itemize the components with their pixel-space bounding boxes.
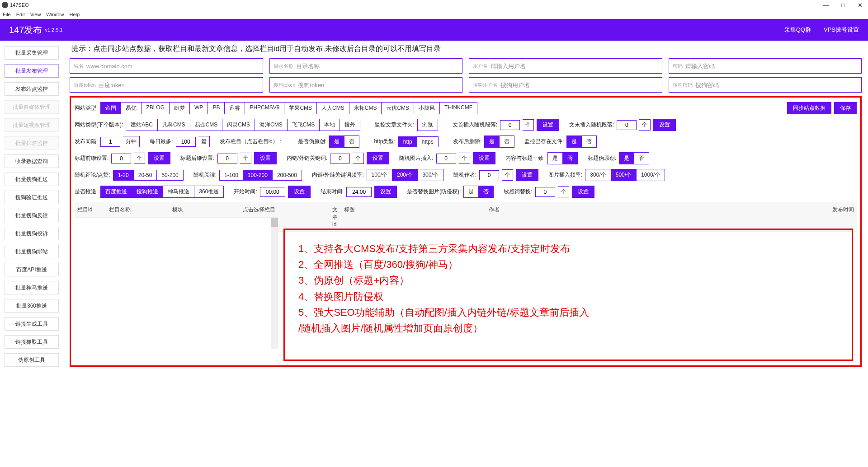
collect-qq-link[interactable]: 采集QQ群 bbox=[784, 26, 811, 34]
segSiteTypeNext-opt-5[interactable]: 飞飞CMS bbox=[288, 119, 320, 131]
rand-img-input[interactable] bbox=[436, 154, 456, 163]
irow1-input-2[interactable] bbox=[491, 63, 658, 70]
rand-author-set[interactable]: 设置 bbox=[516, 169, 538, 181]
title-suffix-input[interactable] bbox=[217, 154, 237, 163]
segIFreq-opt-0[interactable]: 300/个 bbox=[585, 169, 611, 181]
segRead-opt-0[interactable]: 1-100 bbox=[219, 170, 243, 181]
interval-input[interactable] bbox=[100, 137, 120, 147]
segSiteTypeNext-opt-6[interactable]: 本地 bbox=[320, 119, 340, 131]
irow1-input-3[interactable] bbox=[685, 63, 858, 70]
daily-max-input[interactable] bbox=[176, 137, 196, 147]
irow2-input-1[interactable] bbox=[298, 82, 458, 89]
sidebar-item-11[interactable]: 批量搜狗绑站 bbox=[5, 245, 59, 258]
irow1-input-1[interactable] bbox=[296, 63, 459, 70]
segRead-opt-2[interactable]: 200-500 bbox=[273, 170, 302, 181]
sensitive-set[interactable]: 设置 bbox=[572, 186, 594, 198]
segSiteTypeNext-opt-4[interactable]: 海洋CMS bbox=[255, 119, 288, 131]
maximize-button[interactable]: □ bbox=[841, 2, 845, 9]
menu-edit[interactable]: Edit bbox=[16, 12, 25, 17]
segSiteTypeNext-opt-0[interactable]: 建站ABC bbox=[126, 119, 158, 131]
segSiteType-opt-2[interactable]: ZBLOG bbox=[142, 102, 170, 114]
segSiteTypeNext-opt-3[interactable]: 闪灵CMS bbox=[222, 119, 255, 131]
segTPseudo-opt-0[interactable]: 是 bbox=[619, 152, 634, 164]
sync-button[interactable]: 同步站点数据 bbox=[787, 102, 831, 114]
segRead-opt-1[interactable]: 100-200 bbox=[243, 170, 273, 181]
segDel-opt-1[interactable]: 否 bbox=[500, 135, 514, 148]
insert-front-set[interactable]: 设置 bbox=[537, 119, 559, 131]
insert-end-set[interactable]: 设置 bbox=[653, 119, 676, 131]
segMatch-opt-0[interactable]: 是 bbox=[547, 152, 563, 164]
sidebar-item-17[interactable]: 伪原创工具 bbox=[5, 353, 59, 367]
segSiteType-opt-1[interactable]: 易优 bbox=[121, 102, 142, 114]
segSiteType-opt-5[interactable]: PB bbox=[208, 102, 225, 114]
sidebar-item-12[interactable]: 百度API推送 bbox=[5, 263, 59, 276]
vps-dial-link[interactable]: VPS拨号设置 bbox=[824, 26, 859, 34]
segPseudo-opt-0[interactable]: 是 bbox=[329, 135, 344, 148]
link-kw-input[interactable] bbox=[330, 154, 350, 163]
segSiteType-opt-12[interactable]: 小旋风 bbox=[414, 102, 440, 114]
segRImg-opt-0[interactable]: 是 bbox=[463, 186, 479, 198]
insert-end-input[interactable] bbox=[617, 120, 637, 130]
segLFreq-opt-1[interactable]: 200/个 bbox=[392, 169, 418, 181]
segIFreq-opt-1[interactable]: 500/个 bbox=[611, 169, 637, 181]
segMatch-opt-1[interactable]: 否 bbox=[563, 152, 578, 164]
segHttp-opt-0[interactable]: http bbox=[398, 136, 417, 147]
start-time-input[interactable] bbox=[260, 187, 285, 197]
segSiteType-opt-0[interactable]: 帝国 bbox=[100, 102, 121, 114]
segHttp-opt-1[interactable]: https bbox=[417, 136, 439, 147]
irow2-input-2[interactable] bbox=[500, 82, 658, 89]
sidebar-item-7[interactable]: 批量搜狗推送 bbox=[5, 173, 59, 186]
sidebar-item-8[interactable]: 搜狗验证推送 bbox=[5, 191, 59, 204]
rand-author-input[interactable] bbox=[479, 170, 499, 180]
irow2-input-0[interactable] bbox=[99, 82, 259, 89]
irow1-input-0[interactable] bbox=[86, 63, 259, 70]
sidebar-item-15[interactable]: 链接生成工具 bbox=[5, 317, 59, 331]
insert-front-input[interactable] bbox=[500, 120, 520, 130]
minimize-button[interactable]: — bbox=[823, 2, 829, 9]
irow2-input-3[interactable] bbox=[695, 82, 858, 89]
end-time-input[interactable] bbox=[346, 187, 372, 197]
title-prefix-input[interactable] bbox=[111, 154, 131, 163]
title-suffix-set[interactable]: 设置 bbox=[254, 152, 277, 164]
sidebar-item-6[interactable]: 收录数据查询 bbox=[5, 154, 59, 168]
segSiteType-opt-7[interactable]: PHPCMSV9 bbox=[245, 102, 284, 114]
segPush-opt-3[interactable]: 360推送 bbox=[194, 186, 224, 198]
segSiteType-opt-6[interactable]: 迅睿 bbox=[225, 102, 245, 114]
scrollbar[interactable] bbox=[271, 218, 278, 349]
segTPseudo-opt-1[interactable]: 否 bbox=[634, 152, 649, 164]
sidebar-item-0[interactable]: 批量采集管理 bbox=[5, 46, 59, 60]
segSiteTypeNext-opt-2[interactable]: 易企CMS bbox=[190, 119, 223, 131]
segSiteType-opt-8[interactable]: 苹果CMS bbox=[284, 102, 317, 114]
segMon-opt-0[interactable]: 是 bbox=[566, 135, 582, 148]
segPush-opt-1[interactable]: 搜狗推送 bbox=[132, 186, 163, 198]
menu-file[interactable]: File bbox=[3, 12, 11, 17]
end-time-set[interactable]: 设置 bbox=[374, 186, 397, 198]
menu-view[interactable]: View bbox=[30, 12, 41, 17]
segComment-opt-2[interactable]: 50-200 bbox=[157, 170, 183, 181]
sidebar-item-14[interactable]: 批量360推送 bbox=[5, 299, 59, 313]
segPseudo-opt-1[interactable]: 否 bbox=[344, 135, 359, 148]
close-button[interactable]: ✕ bbox=[858, 2, 863, 9]
rand-img-set[interactable]: 设置 bbox=[473, 152, 495, 164]
link-kw-set[interactable]: 设置 bbox=[367, 152, 389, 164]
browse-button[interactable]: 浏览 bbox=[417, 119, 438, 131]
segSiteType-opt-3[interactable]: 织梦 bbox=[170, 102, 190, 114]
segDel-opt-0[interactable]: 是 bbox=[484, 135, 500, 148]
segComment-opt-0[interactable]: 1-20 bbox=[113, 170, 134, 181]
save-button[interactable]: 保存 bbox=[834, 102, 857, 114]
segPush-opt-0[interactable]: 百度推送 bbox=[100, 186, 132, 198]
segLFreq-opt-2[interactable]: 300/个 bbox=[418, 169, 443, 181]
sidebar-item-10[interactable]: 批量搜狗投诉 bbox=[5, 227, 59, 240]
segSiteType-opt-11[interactable]: 云优CMS bbox=[382, 102, 414, 114]
sidebar-item-1[interactable]: 批量发布管理 bbox=[5, 64, 59, 78]
segComment-opt-1[interactable]: 20-50 bbox=[134, 170, 157, 181]
segRImg-opt-1[interactable]: 否 bbox=[479, 186, 494, 198]
segPush-opt-2[interactable]: 神马推送 bbox=[163, 186, 194, 198]
segSiteType-opt-10[interactable]: 米拓CMS bbox=[349, 102, 382, 114]
menu-window[interactable]: Window bbox=[46, 12, 64, 17]
segSiteType-opt-4[interactable]: WP bbox=[190, 102, 208, 114]
menu-help[interactable]: Help bbox=[69, 12, 80, 17]
start-time-set[interactable]: 设置 bbox=[288, 186, 311, 198]
sidebar-item-2[interactable]: 发布站点监控 bbox=[5, 82, 59, 96]
sidebar-item-9[interactable]: 批量搜狗反馈 bbox=[5, 209, 59, 222]
